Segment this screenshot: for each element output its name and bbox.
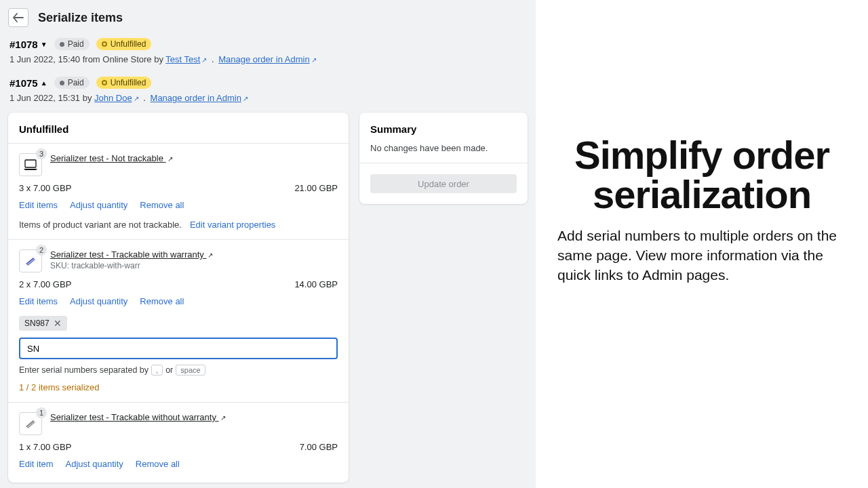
product-sku: SKU: trackable-with-warr [50,261,213,270]
serialization-warning: 1 / 2 items serialized [19,382,338,392]
paid-badge: Paid [54,77,90,89]
manage-order-link[interactable]: Manage order in Admin↗ [218,54,316,64]
paid-badge: Paid [54,38,90,50]
edit-items-link[interactable]: Edit items [19,296,58,306]
adjust-quantity-link[interactable]: Adjust quantity [70,200,127,210]
remove-all-link[interactable]: Remove all [136,459,180,469]
summary-text: No changes have been made. [370,143,517,153]
serial-tag: SN987 ✕ [19,316,67,331]
chevron-down-icon: ▼ [41,41,47,48]
line-price: 1 x 7.00 GBP [19,442,71,452]
line-total: 21.00 GBP [294,183,338,193]
update-order-button[interactable]: Update order [370,174,517,193]
product-link[interactable]: Serializer test - Not trackable ↗ [50,153,173,163]
arrow-left-icon [13,13,24,22]
back-button[interactable] [8,8,28,27]
order-number: #1078 [9,39,38,50]
external-link-icon: ↗ [167,155,173,163]
external-link-icon: ↗ [201,56,207,64]
line-total: 14.00 GBP [294,279,338,289]
promo-subtext: Add serial numbers to multiple orders on… [557,226,846,285]
serial-number-input[interactable] [19,338,338,359]
remove-all-link[interactable]: Remove all [140,296,184,306]
order-toggle-1078[interactable]: #1078 ▼ [9,39,47,50]
qty-badge: 1 [36,407,47,418]
qty-badge: 2 [36,245,47,256]
order-meta: 1 Jun 2022, 15:40 from Online Store by T… [9,54,526,64]
external-link-icon: ↗ [311,56,317,64]
not-trackable-note: Items of product variant are not trackab… [19,220,182,230]
page-title: Serialize items [38,11,123,25]
external-link-icon: ↗ [134,95,139,102]
remove-all-link[interactable]: Remove all [140,200,184,210]
order-toggle-1075[interactable]: #1075 ▲ [9,77,47,89]
order-number: #1075 [9,77,38,89]
fulfillment-badge: Unfulfilled [96,77,152,89]
product-link[interactable]: Serializer test - Trackable without warr… [50,412,226,422]
external-link-icon: ↗ [243,95,248,102]
line-price: 3 x 7.00 GBP [19,183,71,193]
edit-items-link[interactable]: Edit items [19,200,58,210]
product-link[interactable]: Serializer test - Trackable with warrant… [50,249,213,260]
chevron-up-icon: ▲ [41,79,47,87]
external-link-icon: ↗ [208,251,213,259]
author-link[interactable]: Test Test↗ [165,54,207,64]
external-link-icon: ↗ [220,414,226,422]
remove-tag-icon[interactable]: ✕ [54,318,62,329]
edit-variant-link[interactable]: Edit variant properties [190,220,275,230]
manage-order-link[interactable]: Manage order in Admin↗ [151,93,248,103]
adjust-quantity-link[interactable]: Adjust quantity [70,296,127,306]
edit-item-link[interactable]: Edit item [19,459,54,469]
line-price: 2 x 7.00 GBP [19,279,71,289]
serial-hint: Enter serial numbers separated by , or s… [19,365,338,375]
adjust-quantity-link[interactable]: Adjust quantity [66,459,123,469]
author-link[interactable]: John Doe↗ [94,93,139,103]
qty-badge: 3 [36,148,47,159]
unfulfilled-heading: Unfulfilled [19,123,338,135]
order-meta: 1 Jun 2022, 15:31 by John Doe↗ . Manage … [9,93,526,103]
promo-heading: Simplify orderserialization [557,136,846,214]
line-total: 7.00 GBP [300,442,338,452]
summary-heading: Summary [370,123,517,135]
svg-rect-0 [25,160,36,167]
fulfillment-badge: Unfulfilled [96,38,152,50]
